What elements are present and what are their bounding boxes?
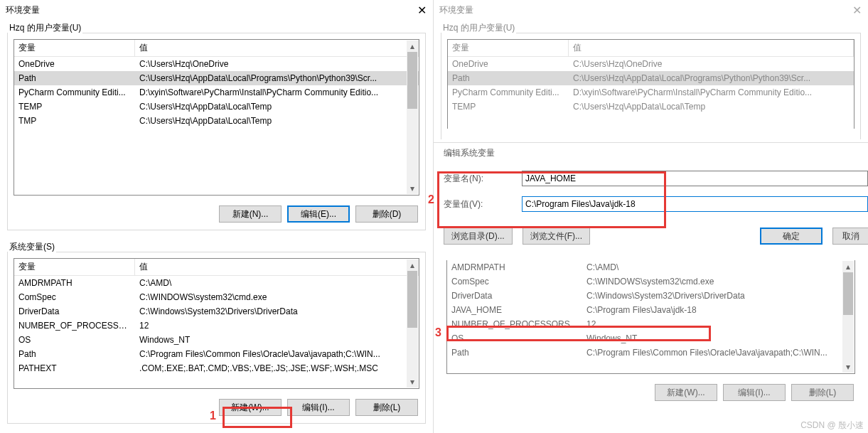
scroll-thumb[interactable] bbox=[843, 272, 853, 315]
scroll-up-icon[interactable]: ▴ bbox=[407, 260, 418, 271]
new-button[interactable]: 新建(W)... bbox=[219, 399, 282, 416]
cell-variable: AMDRMPATH bbox=[14, 276, 135, 290]
sys-vars-buttons: 新建(W)... 编辑(I)... 删除(L) bbox=[8, 395, 425, 423]
table-row[interactable]: PathC:\Program Files\Common Files\Oracle… bbox=[447, 346, 854, 360]
scroll-down-icon[interactable]: ▾ bbox=[842, 361, 854, 373]
var-name-row: 变量名(N): bbox=[444, 171, 868, 186]
table-row[interactable]: PATHEXT.COM;.EXE;.BAT;.CMD;.VBS;.VBE;.JS… bbox=[14, 361, 419, 375]
cell-variable: OS bbox=[447, 331, 582, 346]
table-row[interactable]: DriverDataC:\Windows\System32\Drivers\Dr… bbox=[447, 289, 854, 303]
ok-button[interactable]: 确定 bbox=[760, 228, 823, 245]
cell-variable: PATHEXT bbox=[14, 361, 135, 375]
cell-variable: Path bbox=[14, 71, 135, 85]
edit-button[interactable]: 编辑(I)... bbox=[287, 399, 350, 416]
browse-dir-button[interactable]: 浏览目录(D)... bbox=[444, 228, 513, 245]
cell-value: D:\xyin\Software\PyCharm\Install\PyCharm… bbox=[135, 85, 419, 100]
table-row[interactable]: PathC:\Users\Hzq\AppData\Local\Programs\… bbox=[448, 71, 854, 85]
cell-value: C:\Users\Hzq\AppData\Local\Temp bbox=[569, 100, 854, 114]
scroll-thumb[interactable] bbox=[407, 271, 417, 328]
user-vars-label: Hzq 的用户变量(U) bbox=[441, 22, 516, 34]
cell-value: .COM;.EXE;.BAT;.CMD;.VBS;.VBE;.JS;.JSE;.… bbox=[135, 361, 419, 375]
table-row[interactable]: PathC:\Users\Hzq\AppData\Local\Programs\… bbox=[14, 71, 419, 85]
cell-variable: TMP bbox=[14, 114, 135, 128]
sys-vars-group: 系统变量(S) 变量 值 AMDRMPATHC:\AMD\ComSpecC:\W… bbox=[7, 252, 426, 424]
scroll-up-icon[interactable]: ▴ bbox=[842, 261, 854, 272]
cell-value: Windows_NT bbox=[135, 333, 419, 347]
cell-variable: JAVA_HOME bbox=[447, 303, 582, 317]
cell-value: 12 bbox=[582, 317, 854, 331]
sys-vars-label: 系统变量(S) bbox=[8, 241, 56, 253]
cell-value: C:\Users\Hzq\AppData\Local\Programs\Pyth… bbox=[569, 71, 854, 85]
close-icon[interactable]: ✕ bbox=[850, 3, 864, 17]
scroll-down-icon[interactable]: ▾ bbox=[407, 183, 418, 194]
edit-button[interactable]: 编辑(E)... bbox=[287, 205, 350, 223]
delete-button[interactable]: 删除(L) bbox=[355, 399, 418, 416]
table-row[interactable]: OneDriveC:\Users\Hzq\OneDrive bbox=[14, 57, 419, 71]
table-row[interactable]: PathC:\Program Files\Common Files\Oracle… bbox=[14, 347, 419, 361]
scrollbar[interactable]: ▴ ▾ bbox=[842, 261, 854, 373]
scroll-thumb[interactable] bbox=[407, 52, 417, 109]
titlebar: 环境变量 ✕ bbox=[0, 0, 433, 20]
scrollbar[interactable]: ▴ ▾ bbox=[407, 41, 418, 194]
table-row[interactable]: TEMPC:\Users\Hzq\AppData\Local\Temp bbox=[14, 100, 419, 114]
scrollbar[interactable]: ▴ ▾ bbox=[407, 260, 418, 387]
col-value[interactable]: 值 bbox=[135, 40, 419, 56]
browse-file-button[interactable]: 浏览文件(F)... bbox=[523, 228, 590, 245]
cell-variable: AMDRMPATH bbox=[447, 260, 582, 274]
var-value-input[interactable] bbox=[522, 196, 868, 212]
dialog-title: 环境变量 bbox=[6, 4, 40, 16]
table-row[interactable]: OSWindows_NT bbox=[14, 333, 419, 347]
table-row[interactable]: TMPC:\Users\Hzq\AppData\Local\Temp bbox=[14, 114, 419, 128]
table-row[interactable]: NUMBER_OF_PROCESSORS12 bbox=[14, 319, 419, 333]
cell-variable: NUMBER_OF_PROCESSORS bbox=[14, 319, 135, 333]
table-row[interactable]: AMDRMPATHC:\AMD\ bbox=[14, 276, 419, 290]
col-variable[interactable]: 变量 bbox=[14, 40, 135, 56]
dialog-title: 环境变量 bbox=[439, 4, 473, 16]
delete-button[interactable]: 删除(L) bbox=[791, 384, 854, 401]
cell-value: Windows_NT bbox=[582, 331, 854, 346]
sys-vars-table: AMDRMPATHC:\AMD\ComSpecC:\WINDOWS\system… bbox=[446, 260, 855, 374]
table-row[interactable]: AMDRMPATHC:\AMD\ bbox=[447, 260, 854, 274]
new-button[interactable]: 新建(W)... bbox=[655, 384, 717, 401]
table-header: 变量 值 bbox=[14, 40, 419, 57]
edit-sys-var-panel: 编辑系统变量 变量名(N): 变量值(V): 浏览目录(D)... 浏览文件(F… bbox=[434, 142, 868, 255]
cell-value: C:\Users\Hzq\OneDrive bbox=[135, 57, 419, 71]
scroll-up-icon[interactable]: ▴ bbox=[407, 41, 418, 52]
col-value[interactable]: 值 bbox=[135, 259, 419, 275]
close-icon[interactable]: ✕ bbox=[414, 3, 429, 17]
cell-value: C:\AMD\ bbox=[582, 260, 854, 274]
table-row[interactable]: ComSpecC:\WINDOWS\system32\cmd.exe bbox=[14, 290, 419, 304]
var-value-row: 变量值(V): bbox=[444, 196, 868, 212]
cell-value: C:\WINDOWS\system32\cmd.exe bbox=[135, 290, 419, 304]
cell-variable: NUMBER_OF_PROCESSORS bbox=[447, 317, 582, 331]
edit-button[interactable]: 编辑(I)... bbox=[723, 384, 786, 401]
cell-variable: DriverData bbox=[447, 289, 582, 303]
table-row[interactable]: PyCharm Community Editi...D:\xyin\Softwa… bbox=[448, 85, 854, 100]
col-variable[interactable]: 变量 bbox=[448, 40, 569, 56]
edit-panel-title: 编辑系统变量 bbox=[444, 147, 868, 159]
delete-button[interactable]: 删除(D) bbox=[355, 205, 418, 223]
table-row[interactable]: TEMPC:\Users\Hzq\AppData\Local\Temp bbox=[448, 100, 854, 114]
user-vars-group: Hzq 的用户变量(U) 变量 值 OneDriveC:\Users\Hzq\O… bbox=[441, 33, 861, 139]
table-row[interactable]: NUMBER_OF_PROCESSORS12 bbox=[447, 317, 854, 331]
table-row[interactable]: OSWindows_NT bbox=[447, 331, 854, 346]
cell-value: C:\WINDOWS\system32\cmd.exe bbox=[582, 274, 854, 289]
user-vars-label: Hzq 的用户变量(U) bbox=[8, 22, 82, 34]
new-button[interactable]: 新建(N)... bbox=[219, 205, 282, 223]
var-name-input[interactable] bbox=[522, 171, 868, 186]
table-row[interactable]: JAVA_HOMEC:\Program Files\Java\jdk-18 bbox=[447, 303, 854, 317]
table-row[interactable]: OneDriveC:\Users\Hzq\OneDrive bbox=[448, 57, 854, 71]
col-variable[interactable]: 变量 bbox=[14, 259, 135, 275]
cell-value: D:\xyin\Software\PyCharm\Install\PyCharm… bbox=[569, 85, 854, 100]
cell-value: C:\Users\Hzq\AppData\Local\Programs\Pyth… bbox=[135, 71, 419, 85]
cancel-button[interactable]: 取消 bbox=[832, 228, 868, 245]
col-value[interactable]: 值 bbox=[569, 40, 854, 56]
user-vars-table: 变量 值 OneDriveC:\Users\Hzq\OneDrivePathC:… bbox=[14, 39, 419, 196]
table-row[interactable]: PyCharm Community Editi...D:\xyin\Softwa… bbox=[14, 85, 419, 100]
cell-variable: Path bbox=[14, 347, 135, 361]
cell-value: C:\Users\Hzq\OneDrive bbox=[569, 57, 854, 71]
scroll-down-icon[interactable]: ▾ bbox=[407, 376, 418, 387]
table-row[interactable]: DriverDataC:\Windows\System32\Drivers\Dr… bbox=[14, 304, 419, 319]
table-row[interactable]: ComSpecC:\WINDOWS\system32\cmd.exe bbox=[447, 274, 854, 289]
cell-value: C:\AMD\ bbox=[135, 276, 419, 290]
